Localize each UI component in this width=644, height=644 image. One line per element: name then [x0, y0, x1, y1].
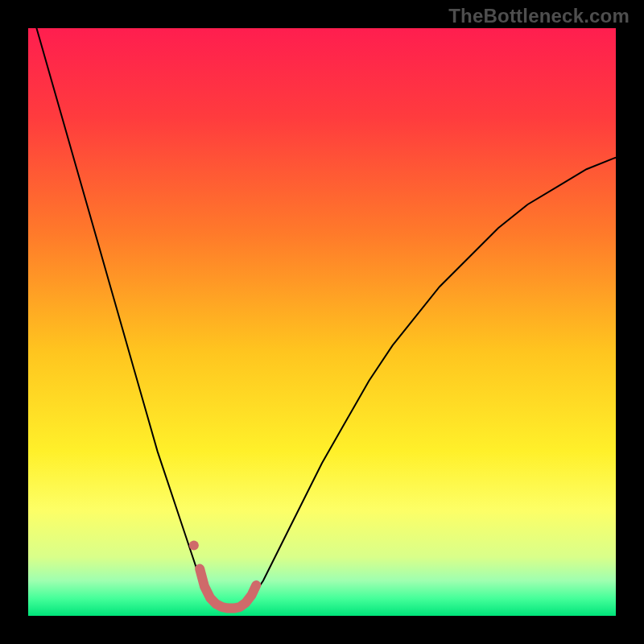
chart-background	[28, 28, 616, 616]
bottleneck-chart	[28, 28, 616, 616]
chart-frame: TheBottleneck.com	[0, 0, 644, 644]
marker-dot	[189, 540, 199, 550]
attribution-label: TheBottleneck.com	[448, 5, 630, 27]
